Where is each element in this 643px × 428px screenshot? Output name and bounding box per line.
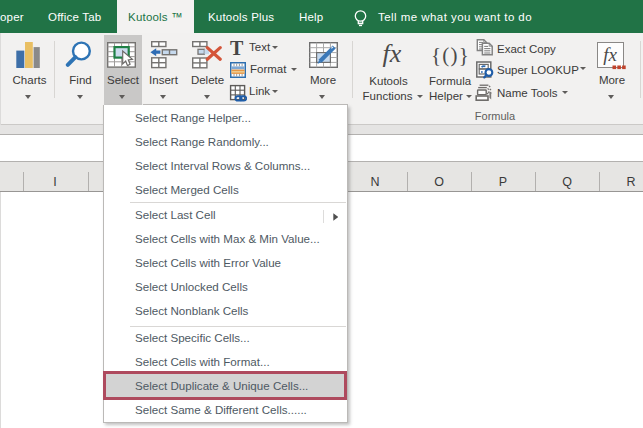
svg-text:fx: fx [603, 44, 617, 65]
